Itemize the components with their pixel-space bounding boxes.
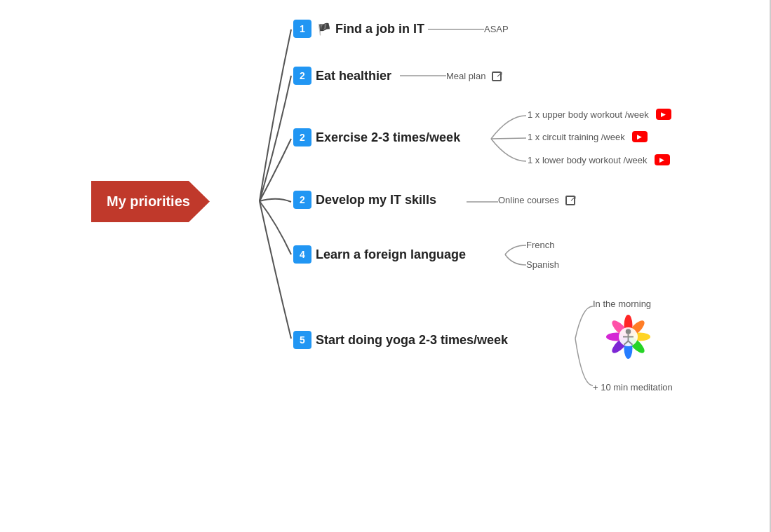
yoga-icon bbox=[602, 311, 655, 363]
youtube-icon-circuit[interactable] bbox=[632, 131, 648, 142]
svg-point-13 bbox=[626, 329, 631, 334]
external-link-icon[interactable] bbox=[492, 71, 502, 81]
external-link-icon-courses[interactable] bbox=[565, 196, 575, 205]
svg-line-2 bbox=[491, 138, 526, 139]
branch-find-job: 1 🏴 Find a job in IT bbox=[293, 20, 424, 38]
branch-yoga: 5 Start doing yoga 2-3 times/week bbox=[293, 331, 508, 349]
badge-2c: 2 bbox=[293, 191, 311, 209]
badge-5: 5 bbox=[293, 331, 311, 349]
sub-eat-meal-plan: Meal plan bbox=[446, 71, 502, 81]
sub-label-lower: 1 x lower body workout /week bbox=[528, 155, 648, 165]
sub-exercise-lower: 1 x lower body workout /week bbox=[528, 154, 670, 165]
sub-label-meal: Meal plan bbox=[446, 71, 485, 81]
branch-label-language: Learn a foreign language bbox=[316, 247, 466, 262]
branch-label-eat: Eat healthier bbox=[316, 69, 391, 83]
sub-label-upper: 1 x upper body workout /week bbox=[528, 109, 649, 120]
central-label: My priorities bbox=[91, 181, 210, 222]
mind-map: My priorities 1 🏴 Find a job in IT ASAP … bbox=[0, 0, 771, 532]
sub-label-circuit: 1 x circuit training /week bbox=[528, 132, 625, 142]
sub-label-french: French bbox=[526, 240, 554, 250]
branch-eat-healthier: 2 Eat healthier bbox=[293, 67, 391, 85]
badge-2b: 2 bbox=[293, 128, 311, 146]
sub-find-job-asap: ASAP bbox=[484, 24, 509, 34]
sub-develop-courses: Online courses bbox=[498, 195, 575, 205]
branch-label-yoga: Start doing yoga 2-3 times/week bbox=[316, 333, 508, 348]
sub-label-asap: ASAP bbox=[484, 24, 509, 34]
youtube-icon-lower[interactable] bbox=[655, 154, 670, 165]
sub-label-morning: In the morning bbox=[593, 299, 651, 309]
branch-label-find-job: Find a job in IT bbox=[335, 22, 424, 36]
sub-exercise-circuit: 1 x circuit training /week bbox=[528, 131, 648, 142]
branch-label-develop: Develop my IT skills bbox=[316, 193, 436, 207]
central-node: My priorities bbox=[91, 181, 210, 222]
sub-yoga-morning: In the morning bbox=[593, 299, 651, 309]
sub-language-spanish: Spanish bbox=[526, 259, 559, 270]
badge-2a: 2 bbox=[293, 67, 311, 85]
sub-label-spanish: Spanish bbox=[526, 259, 559, 270]
sub-language-french: French bbox=[526, 240, 554, 250]
sub-yoga-meditation: + 10 min meditation bbox=[593, 382, 673, 393]
branch-exercise: 2 Exercise 2-3 times/week bbox=[293, 128, 460, 146]
flag-icon: 🏴 bbox=[317, 22, 331, 36]
sub-label-courses: Online courses bbox=[498, 195, 559, 205]
sub-label-meditation: + 10 min meditation bbox=[593, 382, 673, 393]
badge-4: 4 bbox=[293, 245, 311, 264]
branch-develop-it: 2 Develop my IT skills bbox=[293, 191, 436, 209]
branch-language: 4 Learn a foreign language bbox=[293, 245, 466, 264]
sub-exercise-upper: 1 x upper body workout /week bbox=[528, 109, 671, 120]
youtube-icon-upper[interactable] bbox=[656, 109, 671, 120]
badge-1: 1 bbox=[293, 20, 311, 38]
branch-label-exercise: Exercise 2-3 times/week bbox=[316, 130, 460, 145]
